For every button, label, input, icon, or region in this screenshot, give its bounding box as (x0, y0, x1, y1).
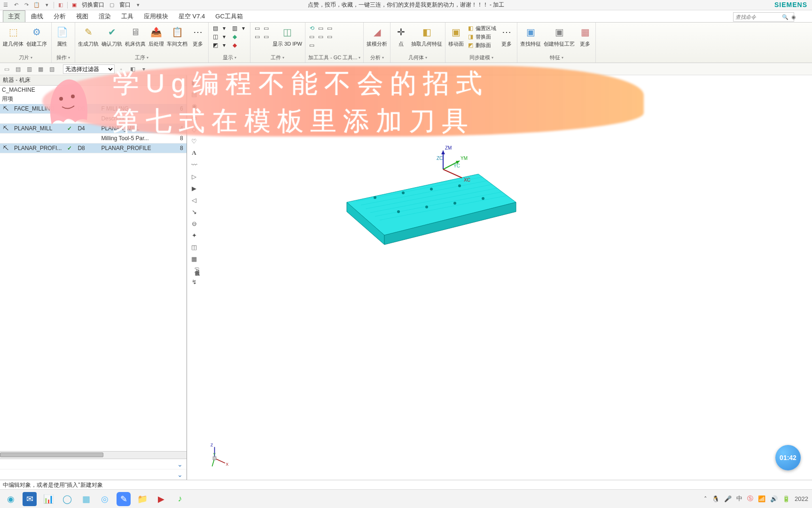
search-input[interactable] (734, 14, 781, 20)
filter-icon[interactable]: ◦ (117, 64, 126, 74)
tb-edge-icon[interactable]: ◉ (4, 492, 18, 506)
menu-icon[interactable]: ☰ (2, 1, 9, 9)
table-row[interactable]: Description (0, 114, 187, 124)
tab-curve[interactable]: 曲线 (26, 11, 48, 22)
vp-icon[interactable]: ◫ (189, 242, 199, 252)
tab-render[interactable]: 渲染 (94, 11, 116, 22)
vp-icon[interactable]: ↯ (189, 277, 199, 287)
tray-qq-icon[interactable]: 🐧 (712, 495, 719, 502)
table-row[interactable]: ⛏PLANAR_PROFI...✓D8PLANAR_PROFILE8 (0, 143, 187, 153)
window-dd-icon[interactable]: ▢ (108, 1, 116, 9)
dropdown-icon[interactable]: ▾ (43, 1, 51, 9)
table-row[interactable]: Milling Tool-5 Par...8 (0, 134, 187, 143)
tb-outlook-icon[interactable]: ✉ (23, 492, 37, 506)
gc-row[interactable]: ⟲▭▭ (308, 24, 334, 32)
find-feature-button[interactable]: ▣查找特征 (520, 24, 541, 48)
tb-app-icon[interactable]: ✎ (117, 492, 131, 506)
tray-mic-icon[interactable]: 🎤 (724, 495, 732, 502)
postprocess-button[interactable]: 📤后处理 (148, 24, 164, 48)
tray-wifi-icon[interactable]: 📶 (758, 495, 765, 502)
point-button[interactable]: ✛点 (393, 24, 408, 48)
generate-toolpath-button[interactable]: ✎生成刀轨 (78, 24, 99, 48)
filter-icon[interactable]: ▦ (36, 64, 45, 74)
csys-triad[interactable]: ZM ZC YM YC XC (434, 146, 481, 193)
disp-row[interactable]: ▤▾ (211, 24, 228, 32)
tray-volume-icon[interactable]: 🔊 (770, 495, 778, 502)
selection-filter-select[interactable]: 无选择过滤器 (63, 64, 115, 74)
vp-icon[interactable]: A (189, 148, 199, 158)
tb-browser-icon[interactable]: ◯ (60, 492, 74, 506)
vp-icon[interactable]: ▷ (189, 171, 199, 182)
tab-app[interactable]: 应用模块 (139, 11, 173, 22)
vp-icon[interactable]: ◉ (189, 101, 199, 111)
tb-music-icon[interactable]: ♪ (173, 492, 187, 506)
tray-ime-icon[interactable]: 中 (736, 494, 742, 503)
vp-icon[interactable]: ◧ (189, 77, 199, 87)
filter-icon[interactable]: ▥ (24, 64, 34, 74)
tab-view[interactable]: 视图 (71, 11, 93, 22)
create-operation-button[interactable]: ⚙创建工序 (26, 24, 47, 48)
offset-region-button[interactable]: ◧偏置区域 (467, 24, 496, 32)
gc-row[interactable]: ▭▭▭ (308, 33, 334, 40)
table-row[interactable]: ⛏PLANAR_MILL✓D4PLANAR_MILL4 (0, 124, 187, 134)
copy-icon[interactable]: 📋 (33, 1, 40, 9)
more-sync-button[interactable]: ⋯更多 (499, 24, 514, 48)
more-feature-button[interactable]: ▦更多 (578, 24, 593, 48)
chevron-down-icon[interactable]: ▾ (134, 1, 142, 9)
move-face-button[interactable]: ▣移动面 (448, 24, 464, 48)
vp-icon[interactable]: ▤ (189, 89, 199, 99)
tray-sogou-icon[interactable]: Ⓢ (747, 494, 753, 503)
wp-row[interactable]: ▭▭ (253, 24, 270, 32)
3d-viewport[interactable]: ◧ ▤ ◉ ▭ ◇ ♡ A 〰 ▷ ▶ ◁ ↘ ⊖ ✦ ◫ ▦ 直线和圆弧(A)… (187, 75, 812, 480)
vp-icon[interactable]: ♡ (189, 136, 199, 146)
tab-home[interactable]: 主页 (3, 10, 25, 22)
filter-icon[interactable]: ▤ (13, 64, 23, 74)
circle-icon[interactable]: ◉ (790, 14, 797, 20)
filter-icon[interactable]: ▧ (47, 64, 56, 74)
extract-geom-button[interactable]: ◧抽取几何特征 (411, 24, 442, 48)
tab-analysis[interactable]: 分析 (49, 11, 70, 22)
vp-icon[interactable]: ▶ (189, 183, 199, 193)
draft-analysis-button[interactable]: ◢拔模分析 (367, 24, 387, 48)
vp-icon[interactable]: ◇ (189, 124, 199, 135)
window-label[interactable]: 窗口 (118, 1, 132, 9)
wp-row[interactable]: ▭▭ (253, 33, 270, 40)
disp-row[interactable]: ◆ (231, 41, 247, 49)
vp-icon[interactable]: ⊖ (189, 218, 199, 229)
gc-row[interactable]: ▭ (308, 41, 334, 49)
vp-icon[interactable]: ▭ (189, 112, 199, 123)
tab-tools[interactable]: 工具 (117, 11, 138, 22)
tree-unused[interactable]: 用项 (0, 94, 187, 104)
3d-model[interactable] (328, 160, 525, 254)
undo-icon[interactable]: ↶ (12, 1, 20, 9)
disp-row[interactable]: ▥▾ (231, 24, 247, 32)
more-button[interactable]: ⋯更多 (190, 24, 205, 48)
collapse-row[interactable]: ⌄ (0, 469, 187, 480)
filter-icon[interactable]: ▾ (139, 64, 148, 74)
table-row[interactable]: ⛏FACE_MILLING✓D6F MILLING6 (0, 104, 187, 114)
delete-face-button[interactable]: ◩删除面 (467, 41, 496, 49)
filter-icon[interactable]: ▭ (2, 64, 11, 74)
tb-steam-icon[interactable]: ◎ (98, 492, 112, 506)
switch-window-label[interactable]: 切换窗口 (81, 1, 105, 9)
disp-row[interactable]: ◆ (231, 33, 247, 40)
vp-icon[interactable]: ▦ (189, 254, 199, 264)
operation-tree[interactable]: C_MACHINE 用项 ⛏FACE_MILLING✓D6F MILLING6D… (0, 86, 187, 451)
window-icon[interactable]: ▣ (70, 1, 78, 9)
horizontal-scrollbar[interactable] (0, 451, 187, 459)
tb-app-icon[interactable]: 📊 (41, 492, 55, 506)
create-feature-process-button[interactable]: ▣创建特征工艺 (544, 24, 575, 48)
tab-gc[interactable]: GC工具箱 (211, 11, 248, 22)
tb-nx-icon[interactable]: ▶ (154, 492, 168, 506)
layer-icon[interactable]: ◧ (57, 1, 64, 9)
vp-icon[interactable]: 〰 (189, 159, 199, 170)
disp-row[interactable]: ◩▾ (211, 41, 228, 49)
tree-root[interactable]: C_MACHINE (0, 86, 187, 94)
search-icon[interactable]: 🔍 (781, 14, 790, 20)
create-geometry-button[interactable]: ⬚建几何体 (3, 24, 23, 48)
filter-icon[interactable]: ◧ (128, 64, 137, 74)
show-3d-ipw-button[interactable]: ◫显示 3D IPW (273, 24, 302, 48)
redo-icon[interactable]: ↷ (23, 1, 30, 9)
command-search[interactable]: 🔍 ◉ (733, 12, 794, 22)
vp-icon[interactable]: ◁ (189, 195, 199, 205)
